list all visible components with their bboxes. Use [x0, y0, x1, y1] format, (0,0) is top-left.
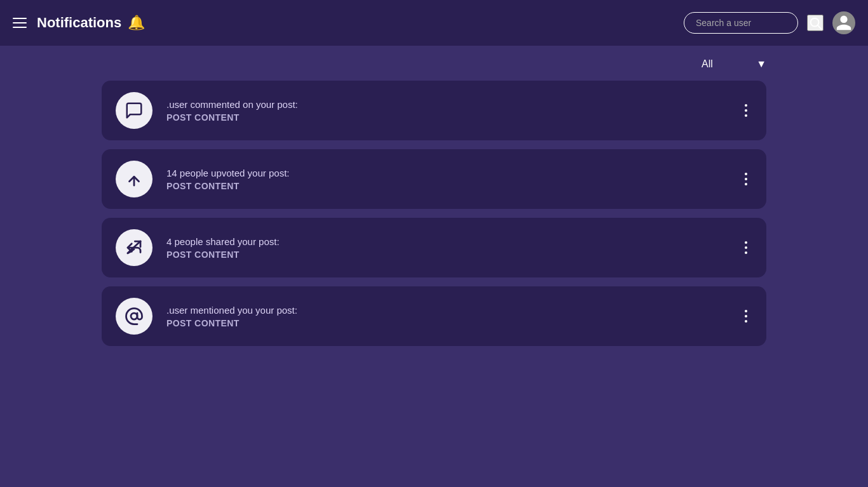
more-dots-icon: [745, 310, 747, 323]
filter-wrapper[interactable]: All Comments Upvotes Shares Mentions ▼: [702, 58, 766, 69]
notification-more-button-1[interactable]: [740, 102, 752, 119]
search-button[interactable]: [807, 15, 824, 31]
notification-post-4: POST CONTENT: [166, 318, 740, 328]
filter-select[interactable]: All Comments Upvotes Shares Mentions: [702, 58, 766, 69]
main-content: All Comments Upvotes Shares Mentions ▼ .…: [0, 46, 868, 346]
notification-title-1: .user commented on your post:: [166, 99, 740, 110]
navbar: Notifications 🔔: [0, 0, 868, 46]
menu-icon[interactable]: [13, 18, 27, 28]
notification-text-4: .user mentioned you your post: POST CONT…: [166, 305, 740, 328]
notification-card-upvote: 14 people upvoted your post: POST CONTEN…: [102, 149, 766, 209]
notification-text-3: 4 people shared your post: POST CONTENT: [166, 236, 740, 260]
mention-icon-wrap: [116, 298, 153, 335]
notification-post-2: POST CONTENT: [166, 181, 740, 191]
notification-text-2: 14 people upvoted your post: POST CONTEN…: [166, 168, 740, 191]
comment-icon: [125, 101, 144, 120]
svg-line-1: [818, 25, 821, 29]
notification-card-comment: .user commented on your post: POST CONTE…: [102, 81, 766, 140]
notification-card-share: 4 people shared your post: POST CONTENT: [102, 218, 766, 277]
notification-title-4: .user mentioned you your post:: [166, 305, 740, 316]
comment-icon-wrap: [116, 92, 153, 129]
navbar-left: Notifications 🔔: [13, 15, 145, 31]
notification-more-button-2[interactable]: [740, 170, 752, 188]
notification-post-3: POST CONTENT: [166, 250, 740, 260]
upvote-icon: [125, 170, 144, 189]
notification-post-1: POST CONTENT: [166, 112, 740, 123]
more-dots-icon: [745, 104, 747, 117]
account-icon[interactable]: [832, 11, 855, 34]
notification-card-mention: .user mentioned you your post: POST CONT…: [102, 286, 766, 346]
share-icon-wrap: [116, 229, 153, 266]
notification-title-3: 4 people shared your post:: [166, 236, 740, 247]
upvote-icon-wrap: [116, 161, 153, 197]
bell-icon: 🔔: [128, 15, 145, 31]
search-input[interactable]: [684, 12, 798, 34]
svg-point-3: [131, 313, 137, 319]
notification-text-1: .user commented on your post: POST CONTE…: [166, 99, 740, 123]
filter-row: All Comments Upvotes Shares Mentions ▼: [102, 58, 766, 69]
notification-more-button-4[interactable]: [740, 307, 752, 325]
page-title-text: Notifications: [37, 15, 121, 31]
notification-title-2: 14 people upvoted your post:: [166, 168, 740, 178]
navbar-right: [684, 11, 855, 34]
page-title: Notifications 🔔: [37, 15, 145, 31]
more-dots-icon: [745, 173, 747, 185]
notification-more-button-3[interactable]: [740, 239, 752, 257]
mention-icon: [125, 307, 144, 326]
reply-icon: [125, 238, 144, 257]
more-dots-icon: [745, 241, 747, 254]
